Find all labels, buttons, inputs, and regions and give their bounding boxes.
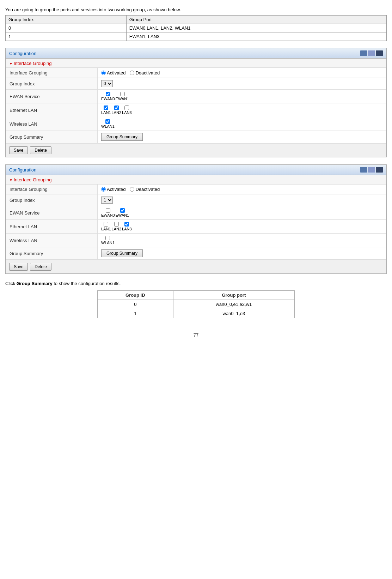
save-button-1[interactable]: Save xyxy=(9,146,28,154)
value-group-summary-1: Group Summary xyxy=(98,131,386,143)
save-button-2[interactable]: Save xyxy=(9,263,28,271)
intro-text: You are going to group the ports and ser… xyxy=(5,7,387,12)
ethernet-checkbox-row-2: LAN1 LAN2 LAN3 xyxy=(101,222,382,231)
config-header-title-2: Configuration xyxy=(9,167,36,173)
value-group-summary-2: Group Summary xyxy=(98,247,386,260)
config-panel-2: Configuration Interface Grouping Interfa… xyxy=(5,164,387,274)
result-description: Click Group Summary to show the configur… xyxy=(5,281,387,286)
result-section: Click Group Summary to show the configur… xyxy=(5,281,387,318)
lan1-checkbox-2[interactable] xyxy=(104,222,108,227)
label-group-summary-2: Group Summary xyxy=(6,247,98,260)
ethernet-checkboxes-2: LAN1 LAN2 LAN3 xyxy=(101,222,382,231)
ewan-checkbox-row-1: EWAN0 EWAN1 xyxy=(101,92,382,101)
ethernet-checkboxes-1: LAN1 LAN2 LAN3 xyxy=(101,105,382,115)
group-summary-button-1[interactable]: Group Summary xyxy=(101,133,143,141)
lan2-item-1: LAN2 xyxy=(112,105,122,115)
config-header-title-1: Configuration xyxy=(9,51,36,56)
lan1-checkbox-1[interactable] xyxy=(104,105,108,110)
delete-button-2[interactable]: Delete xyxy=(30,263,51,271)
wireless-checkbox-row-1: WLAN1 xyxy=(101,119,382,128)
label-ethernet-lan-1: Ethernet LAN xyxy=(6,103,98,117)
group-index-select-1[interactable]: 0 1 2 xyxy=(101,80,113,87)
result-col-header-groupid: Group ID xyxy=(98,291,173,300)
value-ewan-service-2: EWAN0 EWAN1 xyxy=(98,206,386,220)
result-row-1: 0 wan0_0,e1,e2,w1 xyxy=(98,300,295,309)
result-cell-1-id: 0 xyxy=(98,300,173,309)
value-group-index-2: 0 1 2 xyxy=(98,194,386,206)
group-index-select-2[interactable]: 0 1 2 xyxy=(101,197,113,204)
label-wireless-lan-2: Wireless LAN xyxy=(6,234,98,247)
radio-activated-1[interactable]: Activated xyxy=(101,70,125,76)
ewan0-item-2: EWAN0 xyxy=(101,208,115,217)
intro-cell-1-1: 0 xyxy=(6,24,127,32)
lan1-item-1: LAN1 xyxy=(101,105,111,115)
footer-bar-2: Save Delete xyxy=(6,260,386,273)
ewan-checkboxes-1: EWAN0 EWAN1 xyxy=(101,92,382,101)
row-group-summary-1: Group Summary Group Summary xyxy=(6,131,386,143)
ewan1-label-1: EWAN1 xyxy=(116,97,129,101)
group-summary-button-2[interactable]: Group Summary xyxy=(101,249,143,257)
row-interface-grouping-1: Interface Grouping Activated Deactivated xyxy=(6,68,386,78)
lan2-checkbox-2[interactable] xyxy=(114,222,119,227)
header-icon-1b xyxy=(368,50,375,56)
label-interface-grouping-1: Interface Grouping xyxy=(6,68,98,78)
wlan1-checkbox-2[interactable] xyxy=(105,236,110,240)
row-group-index-1: Group Index 0 1 2 xyxy=(6,78,386,90)
value-interface-grouping-1: Activated Deactivated xyxy=(98,68,386,78)
label-ewan-service-2: EWAN Service xyxy=(6,206,98,220)
delete-button-1[interactable]: Delete xyxy=(30,146,51,154)
wlan1-label-2: WLAN1 xyxy=(101,241,115,245)
ewan1-checkbox-1[interactable] xyxy=(120,92,125,96)
row-ewan-service-2: EWAN Service EWAN0 EWAN1 xyxy=(6,206,386,220)
row-ethernet-lan-2: Ethernet LAN LAN1 LAN2 xyxy=(6,220,386,234)
lan3-checkbox-1[interactable] xyxy=(124,105,129,110)
header-icon-2b xyxy=(368,167,375,173)
radio-activated-2[interactable]: Activated xyxy=(101,187,125,192)
value-group-index-1: 0 1 2 xyxy=(98,78,386,90)
row-ewan-service-1: EWAN Service EWAN0 EWAN1 xyxy=(6,90,386,103)
ewan-checkboxes-2: EWAN0 EWAN1 xyxy=(101,208,382,217)
radio-activated-input-2[interactable] xyxy=(101,187,106,192)
lan2-label-1: LAN2 xyxy=(112,110,122,115)
radio-deactivated-input-2[interactable] xyxy=(130,187,134,192)
lan1-item-2: LAN1 xyxy=(101,222,111,231)
radio-activated-input-1[interactable] xyxy=(101,71,106,75)
config-header-1: Configuration xyxy=(6,48,386,59)
wlan1-checkbox-1[interactable] xyxy=(105,119,110,124)
section-title-1: Interface Grouping xyxy=(6,59,386,68)
section-title-2: Interface Grouping xyxy=(6,175,386,184)
row-wireless-lan-2: Wireless LAN WLAN1 xyxy=(6,234,386,247)
radio-group-2: Activated Deactivated xyxy=(101,187,382,192)
header-icon-1c xyxy=(376,50,383,56)
footer-bar-1: Save Delete xyxy=(6,143,386,157)
ewan0-checkbox-1[interactable] xyxy=(106,92,110,96)
result-cell-1-port: wan0_0,e1,e2,w1 xyxy=(173,300,294,309)
wlan1-item-2: WLAN1 xyxy=(101,236,115,245)
value-ewan-service-1: EWAN0 EWAN1 xyxy=(98,90,386,103)
result-row-2: 1 wan0_1,e3 xyxy=(98,309,295,318)
result-header-row: Group ID Group port xyxy=(98,291,295,300)
ewan0-label-2: EWAN0 xyxy=(101,213,115,217)
label-group-index-1: Group Index xyxy=(6,78,98,90)
header-icon-2c xyxy=(376,167,383,173)
header-icons-2 xyxy=(360,167,383,173)
label-group-index-2: Group Index xyxy=(6,194,98,206)
ewan0-checkbox-2[interactable] xyxy=(106,208,110,213)
intro-row-1: 0 EWAN0,LAN1, LAN2, WLAN1 xyxy=(6,24,387,32)
row-group-index-2: Group Index 0 1 2 xyxy=(6,194,386,206)
lan3-label-1: LAN3 xyxy=(122,110,132,115)
ethernet-checkbox-row-1: LAN1 LAN2 LAN3 xyxy=(101,105,382,115)
ewan1-item-2: EWAN1 xyxy=(116,208,129,217)
radio-deactivated-1[interactable]: Deactivated xyxy=(130,70,160,76)
label-interface-grouping-2: Interface Grouping xyxy=(6,185,98,194)
row-wireless-lan-1: Wireless LAN WLAN1 xyxy=(6,117,386,131)
wireless-checkboxes-2: WLAN1 xyxy=(101,236,382,245)
ewan1-checkbox-2[interactable] xyxy=(120,208,125,213)
radio-deactivated-input-1[interactable] xyxy=(130,71,134,75)
label-group-summary-1: Group Summary xyxy=(6,131,98,143)
lan3-checkbox-2[interactable] xyxy=(124,222,129,227)
ewan1-item-1: EWAN1 xyxy=(116,92,129,101)
lan2-checkbox-1[interactable] xyxy=(114,105,119,110)
ewan0-item-1: EWAN0 xyxy=(101,92,115,101)
radio-deactivated-2[interactable]: Deactivated xyxy=(130,187,160,192)
